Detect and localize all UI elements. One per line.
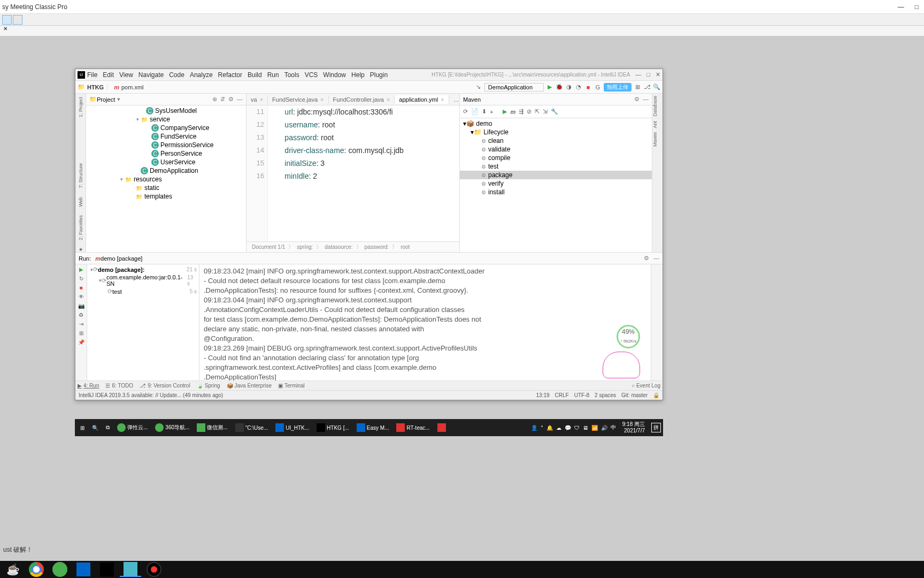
run-maven-icon[interactable]: ▶: [503, 108, 507, 115]
run-stop-icon[interactable]: ■: [79, 285, 82, 291]
run-tree-item[interactable]: ▾ ⟳ com.example.demo:jar:0.0.1-SN13 s: [88, 273, 198, 287]
status-msg[interactable]: IntelliJ IDEA 2019.3.5 available: // Upd…: [79, 392, 223, 398]
nav-file[interactable]: pom.xml: [121, 84, 144, 90]
eye-icon[interactable]: 👁: [79, 294, 84, 300]
gear-icon[interactable]: ⚙: [644, 255, 649, 262]
expand-icon[interactable]: ⇱: [535, 108, 540, 115]
upload-button[interactable]: 拍照上传: [604, 83, 632, 92]
maximize-icon[interactable]: □: [915, 3, 919, 11]
ime-icon[interactable]: 中: [611, 424, 616, 431]
maven-goal-compile[interactable]: ⚙compile: [460, 154, 652, 162]
hide-icon[interactable]: —: [653, 255, 659, 262]
taskbar-item[interactable]: [434, 419, 449, 436]
toolbar-icon-2[interactable]: [13, 15, 22, 25]
host-webstorm[interactable]: [73, 562, 94, 577]
status-indent[interactable]: 2 spaces: [595, 392, 616, 398]
taskbar-item[interactable]: 微信测...: [194, 419, 230, 436]
strip-favorites[interactable]: 2: Favorites: [78, 213, 83, 242]
status-encoding[interactable]: UTF-8: [574, 392, 589, 398]
menu-help[interactable]: Help: [351, 71, 365, 79]
tray-icon[interactable]: 🛡: [574, 425, 580, 431]
taskbar-item[interactable]: "C:\Use...: [232, 419, 271, 436]
layout-icon[interactable]: ⊞: [79, 330, 83, 336]
taskbar-item[interactable]: Easy M...: [353, 419, 392, 436]
taskbar-item[interactable]: HTKG [...: [313, 419, 352, 436]
tree-item[interactable]: CSysUserModel: [86, 107, 246, 115]
menu-build[interactable]: Build: [248, 71, 262, 79]
tray-icon[interactable]: 🖥: [583, 425, 588, 431]
editor-tab[interactable]: FundService.java ×: [268, 95, 328, 104]
strip-ant[interactable]: Ant: [652, 119, 658, 131]
tree-item[interactable]: 📁static: [86, 184, 246, 192]
menu-view[interactable]: View: [119, 71, 133, 79]
tree-item[interactable]: CCompanyService: [86, 124, 246, 132]
run-config-select[interactable]: DemoApplication: [484, 83, 544, 92]
tree-item[interactable]: CPermissionService: [86, 141, 246, 149]
editor-tab[interactable]: application.yml ×: [395, 95, 449, 104]
stop-icon[interactable]: ■: [584, 83, 592, 91]
strip-maven[interactable]: Maven: [652, 130, 658, 149]
taskbar-item[interactable]: 360导航...: [152, 419, 192, 436]
code-editor[interactable]: url: jdbc:mysql://localhost:3306/fi user…: [268, 105, 459, 241]
wifi-icon[interactable]: 📶: [591, 425, 598, 431]
project-tree[interactable]: CSysUserModel▾📁serviceCCompanyServiceCFu…: [86, 105, 246, 252]
pin-icon[interactable]: 📌: [78, 339, 84, 345]
chevron-up-icon[interactable]: ˄: [541, 425, 543, 431]
lock-icon[interactable]: 🔒: [653, 392, 659, 398]
collapse-icon[interactable]: ⇵: [220, 96, 225, 103]
target-icon[interactable]: ⊕: [212, 96, 217, 103]
maven-goal-test[interactable]: ⚙test: [460, 162, 652, 171]
tab-vcs[interactable]: ⎇ 9: Version Control: [140, 383, 190, 389]
rerun2-icon[interactable]: ↻: [79, 276, 83, 282]
tree-item[interactable]: ▾📁service: [86, 115, 246, 124]
run-tree-item[interactable]: ⟳ test5 s: [88, 287, 198, 295]
menu-analyze[interactable]: Analyze: [190, 71, 213, 79]
ide-minimize-icon[interactable]: —: [635, 71, 641, 78]
refresh-icon[interactable]: ⟳: [463, 108, 468, 115]
tray-icon[interactable]: ☁: [556, 425, 561, 431]
run-tree[interactable]: ▾ ⟳ demo [package]:21 s▾ ⟳ com.example.d…: [87, 264, 199, 381]
strip-structure[interactable]: 7: Structure: [78, 161, 83, 191]
taskbar-item[interactable]: RT-teac...: [393, 419, 433, 436]
taskbar-item[interactable]: UI_HTK...: [272, 419, 312, 436]
ime-badge[interactable]: 拼: [651, 423, 661, 432]
console-output[interactable]: 09:18:23.042 [main] INFO org.springframe…: [199, 264, 651, 381]
maven-goal-clean[interactable]: ⚙clean: [460, 136, 652, 145]
tray-icon[interactable]: 💬: [565, 425, 571, 431]
camera-icon[interactable]: 📷: [78, 303, 84, 309]
plus-icon[interactable]: 📄: [471, 108, 479, 115]
status-git[interactable]: Git: master: [621, 392, 648, 398]
maven-root[interactable]: ▾ 📦 demo: [460, 119, 652, 128]
menu-navigate[interactable]: Navigate: [138, 71, 164, 79]
collapse-icon[interactable]: ⇲: [543, 108, 548, 115]
wrench-icon[interactable]: 🔧: [551, 108, 558, 115]
menu-plugin[interactable]: Plugin: [370, 71, 388, 79]
grid-icon[interactable]: ⊞: [634, 83, 641, 91]
maven-tree[interactable]: ▾ 📦 demo ▾ 📁 Lifecycle⚙clean⚙validate⚙co…: [460, 118, 652, 252]
people-icon[interactable]: 👤: [531, 425, 537, 431]
debug-icon[interactable]: 🐞: [556, 83, 563, 91]
maven-lifecycle[interactable]: ▾ 📁 Lifecycle: [460, 128, 652, 136]
hammer-icon[interactable]: ↘: [475, 83, 482, 91]
menu-refactor[interactable]: Refactor: [218, 71, 242, 79]
coverage-icon[interactable]: ◑: [565, 83, 573, 91]
host-wechat[interactable]: [49, 562, 71, 577]
volume-icon[interactable]: 🔊: [601, 425, 607, 431]
tree-item[interactable]: CUserService: [86, 158, 246, 166]
maven-goal-validate[interactable]: ⚙validate: [460, 145, 652, 154]
taskview-button[interactable]: ⧉: [103, 419, 113, 436]
tray-icon[interactable]: 🔔: [546, 425, 553, 431]
menu-window[interactable]: Window: [323, 71, 346, 79]
hide-icon[interactable]: —: [237, 96, 243, 103]
clock[interactable]: 9:18 周三 2021/7/7: [619, 421, 648, 434]
profile-icon[interactable]: ◔: [575, 83, 582, 91]
git-icon[interactable]: ⎇: [643, 83, 651, 91]
skip-icon[interactable]: ⇶: [519, 108, 523, 115]
maven-goal-package[interactable]: ⚙package: [460, 171, 652, 179]
offline-icon[interactable]: ⊘: [527, 108, 532, 115]
gear-icon[interactable]: ⚙: [634, 96, 640, 103]
download-icon[interactable]: ⬇: [482, 108, 487, 115]
search-icon[interactable]: 🔍: [653, 83, 660, 91]
ide-close-icon[interactable]: ✕: [656, 71, 660, 78]
hide-icon[interactable]: —: [643, 96, 649, 103]
